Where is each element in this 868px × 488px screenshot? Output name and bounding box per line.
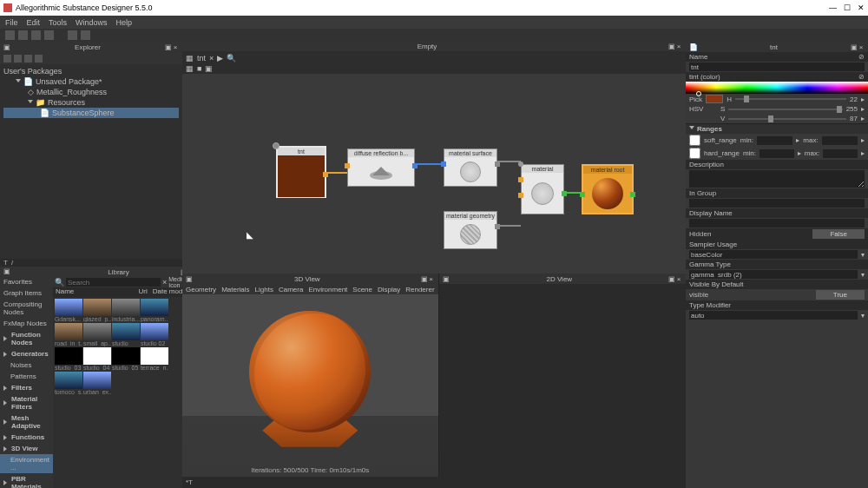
library-category[interactable]: Filters [0, 382, 53, 393]
v-slider[interactable] [728, 118, 846, 120]
node-graph[interactable]: tnt diffuse reflection b... material sur… [182, 74, 686, 274]
zoom-icon[interactable]: 🔍 [227, 54, 236, 63]
library-thumb[interactable]: panoram... [141, 299, 168, 322]
menu-file[interactable]: File [5, 18, 18, 27]
mode-icon[interactable]: ▣ [205, 64, 213, 73]
minimize-button[interactable]: — [829, 3, 837, 12]
dock-icon[interactable]: ▣ [3, 43, 10, 51]
view3d-viewport[interactable] [182, 294, 438, 465]
h-slider[interactable] [735, 98, 846, 100]
menu-edit[interactable]: Edit [27, 18, 41, 27]
s-slider[interactable] [728, 109, 842, 110]
stepper-icon[interactable]: ▸ [796, 136, 799, 144]
library-category[interactable]: PBR Materials [0, 473, 53, 488]
menu-camera[interactable]: Camera [279, 286, 303, 293]
gamma-select[interactable] [689, 270, 858, 279]
library-thumb[interactable]: small_ap... [83, 323, 111, 346]
stepper-icon[interactable]: ▸ [861, 105, 865, 113]
type-select[interactable] [689, 311, 858, 320]
graph-tab[interactable]: tnt [197, 54, 206, 63]
toolbar-save-icon[interactable] [31, 30, 41, 40]
close-icon[interactable]: × [675, 275, 682, 283]
undock-icon[interactable]: ▣ [668, 43, 675, 50]
close-icon[interactable]: × [675, 43, 682, 50]
mode-icon[interactable]: ▦ [186, 64, 194, 73]
library-thumb[interactable] [112, 372, 140, 395]
toolbar-new-icon[interactable] [5, 30, 15, 40]
node-material[interactable]: material [521, 164, 564, 214]
undock-icon[interactable]: ▣ [165, 43, 172, 51]
explorer-tree[interactable]: User's Packages 📄Unsaved Package* ◇Metal… [0, 64, 182, 259]
min-input[interactable] [757, 136, 792, 145]
ranges-section[interactable]: Ranges [686, 123, 868, 134]
library-category[interactable]: Compositing Nodes [0, 299, 53, 318]
node-geometry[interactable]: material geometry [444, 211, 497, 249]
library-thumb[interactable]: studio 02 [141, 323, 168, 346]
undock-icon[interactable]: ▣ [668, 275, 675, 283]
soft-range-check[interactable] [689, 135, 700, 146]
stepper-icon[interactable]: ▸ [861, 115, 865, 122]
menu-display[interactable]: Display [378, 286, 400, 293]
max-input[interactable] [822, 136, 858, 145]
library-category[interactable]: Generators [0, 348, 53, 359]
stepper-icon[interactable]: ▸ [861, 96, 865, 103]
link-icon[interactable] [3, 55, 11, 63]
library-grid[interactable]: Gdansk...glazed_p...industria...panoram.… [53, 297, 198, 488]
color-swatch[interactable] [706, 95, 723, 103]
undock-icon[interactable]: ▣ [851, 43, 858, 51]
settings-icon[interactable] [35, 55, 43, 63]
library-category[interactable]: Functions [0, 432, 53, 443]
tree-package[interactable]: 📄Unsaved Package* [3, 76, 179, 87]
stepper-icon[interactable]: ▸ [798, 149, 801, 157]
chevron-down-icon[interactable]: ▾ [861, 271, 865, 279]
close-icon[interactable]: × [172, 43, 179, 51]
library-thumb[interactable]: studio_04 [83, 347, 111, 371]
refresh-icon[interactable] [14, 55, 22, 63]
library-thumb[interactable]: studio_05 [112, 347, 140, 371]
node-diffuse[interactable]: diffuse reflection b... [347, 148, 415, 187]
menu-lights[interactable]: Lights [255, 286, 273, 293]
max-input[interactable] [823, 149, 858, 158]
export-icon[interactable] [24, 55, 32, 63]
library-category[interactable]: Graph Items [0, 287, 53, 299]
toolbar-open-icon[interactable] [18, 30, 28, 40]
menu-renderer[interactable]: Renderer [405, 286, 434, 293]
clear-icon[interactable]: × [162, 278, 167, 287]
node-tnt[interactable]: tnt [276, 146, 326, 198]
close-icon[interactable]: × [858, 43, 865, 51]
library-thumb[interactable]: Gdansk... [55, 299, 82, 322]
play-icon[interactable]: ▶ [217, 54, 223, 63]
library-category[interactable]: Mesh Adaptive [0, 412, 53, 432]
library-category[interactable]: Material Filters [0, 393, 53, 412]
undock-icon[interactable]: ▣ [421, 275, 428, 283]
name-input[interactable] [689, 63, 865, 71]
menu-scene[interactable]: Scene [352, 286, 372, 293]
chevron-down-icon[interactable]: ▾ [861, 251, 865, 259]
search-input[interactable] [66, 278, 161, 287]
close-button[interactable]: ✕ [858, 3, 865, 12]
toolbar-undo-icon[interactable] [68, 30, 77, 40]
mode-icon[interactable]: ■ [197, 64, 201, 73]
sampler-select[interactable] [689, 250, 858, 259]
clear-icon[interactable]: ⊘ [858, 53, 865, 61]
library-category[interactable]: Function Nodes [0, 329, 53, 348]
library-thumb[interactable]: tomoco_s... [55, 372, 82, 395]
library-category[interactable]: FxMap Nodes [0, 318, 53, 329]
close-icon[interactable]: × [428, 275, 435, 283]
stepper-icon[interactable]: ▸ [861, 149, 865, 157]
library-category[interactable]: Patterns [0, 371, 53, 382]
library-thumb[interactable]: glazed_p... [83, 299, 111, 322]
library-category[interactable]: 3D View [0, 443, 53, 454]
color-picker[interactable] [686, 82, 868, 94]
hidden-toggle[interactable]: False [812, 229, 865, 239]
menu-tools[interactable]: Tools [49, 18, 67, 27]
library-category[interactable]: Environment ... [0, 454, 53, 473]
view2d-viewport[interactable] [439, 284, 686, 476]
library-thumb[interactable]: industria... [112, 299, 140, 322]
tree-item[interactable]: 📁Resources [3, 97, 179, 108]
node-surface[interactable]: material surface [444, 148, 497, 187]
menu-environment[interactable]: Environment [308, 286, 347, 293]
menu-help[interactable]: Help [116, 18, 133, 27]
node-root[interactable]: material root [582, 164, 634, 214]
menu-geometry[interactable]: Geometry [186, 286, 216, 293]
